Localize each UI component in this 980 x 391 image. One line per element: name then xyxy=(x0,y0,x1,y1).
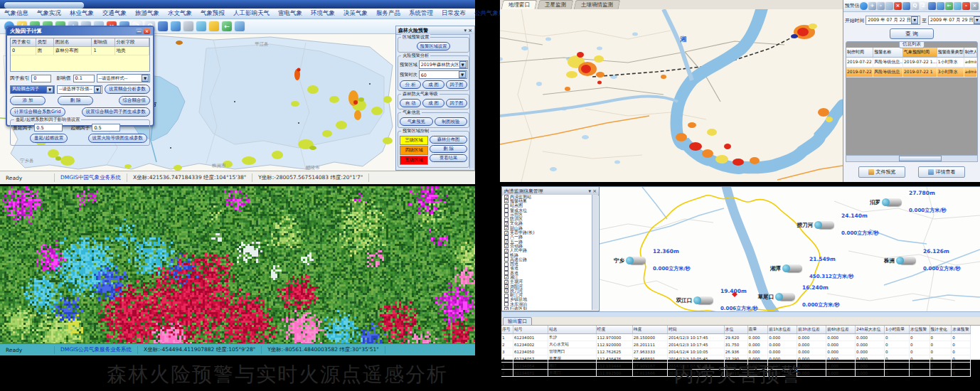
chevron-down-icon[interactable]: ▼ xyxy=(911,16,918,24)
menu-item-雷电气象[interactable]: 雷电气象 xyxy=(274,9,307,18)
detail-view-button[interactable]: 详情查看 xyxy=(918,166,965,178)
minimize-icon[interactable]: — xyxy=(136,28,142,34)
set-param-button[interactable]: 设置耦合分析参数 xyxy=(105,85,150,94)
column-header[interactable]: 气象预报时间 xyxy=(903,48,937,57)
chevron-down-icon[interactable]: ▼ xyxy=(974,16,980,24)
gauge-icon[interactable] xyxy=(630,257,646,264)
column-header[interactable]: 水体预警 xyxy=(952,326,971,334)
vertical-scrollbar[interactable] xyxy=(469,34,474,168)
checkbox[interactable]: ✓ xyxy=(504,284,508,289)
tab-土壤墒情监测[interactable]: 土壤墒情监测 xyxy=(574,0,621,9)
satellite-image[interactable] xyxy=(0,186,475,344)
status-system-link[interactable]: DMGIS中国气象业务系统 xyxy=(55,173,127,182)
refresh-icon[interactable] xyxy=(954,2,962,10)
checkbox[interactable]: ✓ xyxy=(504,249,508,253)
gauge-icon[interactable] xyxy=(900,257,916,264)
close-icon[interactable]: × xyxy=(144,28,150,34)
map-check-button[interactable]: 制图校验 xyxy=(435,117,468,126)
spread-input[interactable]: 0.5 xyxy=(34,124,63,132)
checkbox[interactable]: ✓ xyxy=(504,222,508,226)
select-icon[interactable]: Q xyxy=(911,2,919,10)
impact-input[interactable]: 0.1 xyxy=(73,75,95,82)
couple-select[interactable]: 风险耦合因子▼ xyxy=(10,85,55,94)
flood-map-view[interactable]: 湘 xyxy=(500,9,843,182)
waterlog-map-view[interactable]: 27.780m汨罗0.000立方米/秒24.140m捞刀河0.000立方米/秒1… xyxy=(600,186,980,312)
column-header[interactable]: 制作人 xyxy=(964,48,977,57)
auto-button[interactable]: 自 动 xyxy=(400,99,421,107)
back-icon[interactable]: ← xyxy=(945,2,953,10)
gauge-icon[interactable] xyxy=(819,221,834,229)
checkbox[interactable]: ✓ xyxy=(504,195,508,199)
checkbox[interactable] xyxy=(504,294,508,298)
checkbox[interactable] xyxy=(504,235,508,240)
column-header[interactable]: 纬度 xyxy=(632,326,667,334)
analyze-button[interactable]: 分 析 xyxy=(400,80,421,89)
add-button[interactable]: 添 加 xyxy=(10,96,46,105)
checkbox[interactable] xyxy=(504,267,508,271)
column-header[interactable]: 预计变化 xyxy=(930,326,952,334)
chevron-down-icon[interactable]: ▼ xyxy=(46,86,53,93)
column-header[interactable]: 水位预警 xyxy=(909,326,930,334)
menu-item-环境气象[interactable]: 环境气象 xyxy=(307,9,339,18)
horizontal-scrollbar[interactable] xyxy=(501,311,980,317)
checkbox[interactable]: ✓ xyxy=(504,275,508,279)
column-header[interactable]: 24h最大水位 xyxy=(856,326,885,334)
doc-icon[interactable]: 2 xyxy=(920,2,927,10)
close-icon[interactable]: × xyxy=(468,28,472,33)
gauge-icon[interactable] xyxy=(779,293,795,301)
dialog-titlebar[interactable]: 火险因子计算 — × xyxy=(7,27,153,36)
make-map-button[interactable]: 成 图 xyxy=(422,80,444,89)
checkbox[interactable] xyxy=(504,204,508,208)
delete-button[interactable]: 删 除 xyxy=(430,145,467,153)
column-header[interactable]: 预警雨量类型 xyxy=(937,48,964,57)
level-map-button[interactable]: 设置火险等级图生成参数 xyxy=(88,134,148,143)
checkbox[interactable] xyxy=(504,257,508,262)
factor-index-input[interactable]: 0 xyxy=(31,75,51,82)
time-select[interactable]: 60▼ xyxy=(419,70,467,79)
ignite-input[interactable]: 0.5 xyxy=(92,124,120,132)
column-header[interactable]: 前6h水位差 xyxy=(826,326,856,334)
gauge-icon[interactable] xyxy=(886,198,902,206)
table-row[interactable]: 261234002天心水文站112.92000028.2011112014/12… xyxy=(501,341,971,348)
pin-icon[interactable] xyxy=(209,21,219,31)
factor-map-button[interactable]: 因子图 xyxy=(446,80,467,89)
menu-item-气象预报[interactable]: 气象预报 xyxy=(196,9,229,18)
menu-item-气象实况[interactable]: 气象实况 xyxy=(33,9,65,18)
checkbox[interactable] xyxy=(504,218,508,222)
checkbox[interactable] xyxy=(504,262,508,267)
chevron-down-icon[interactable]: ▼ xyxy=(142,75,149,82)
stop-icon[interactable]: × xyxy=(894,2,902,10)
checkbox[interactable] xyxy=(504,302,508,306)
checkbox[interactable]: ✓ xyxy=(504,240,508,244)
menu-item-旅游气象[interactable]: 旅游气象 xyxy=(131,9,164,18)
close-icon[interactable]: × xyxy=(592,188,597,194)
window-icon[interactable] xyxy=(902,2,910,10)
zoom-in-icon[interactable]: + xyxy=(868,2,876,10)
delete-button[interactable]: 删 除 xyxy=(58,96,93,105)
checkbox[interactable]: ✓ xyxy=(504,199,508,203)
checkbox[interactable]: ✓ xyxy=(504,280,508,284)
table-row[interactable]: 2019-07-22 1风险等级信息2019-07-22 13小时降水admin xyxy=(846,68,977,77)
checkbox[interactable]: ✓ xyxy=(504,289,508,293)
menu-item-日常发布[interactable]: 日常发布 xyxy=(437,9,470,18)
column-header[interactable]: 前3h水位差 xyxy=(797,326,826,334)
spread-set-button[interactable]: 蔓延/起燃设置 xyxy=(30,134,68,143)
layers-icon[interactable] xyxy=(928,2,936,10)
menu-item-人工影响天气[interactable]: 人工影响天气 xyxy=(229,9,274,18)
set-gen-button[interactable]: 设置综合耦合因子图生成参数 xyxy=(82,107,151,117)
style-select[interactable]: --请选择样式--▼ xyxy=(97,74,150,82)
globe-icon[interactable] xyxy=(860,2,868,10)
print-icon[interactable] xyxy=(183,21,193,31)
checkbox[interactable] xyxy=(504,253,508,257)
export-icon[interactable] xyxy=(196,21,206,31)
calc-grid-button[interactable]: 计算综合耦合系数Grid xyxy=(10,107,65,117)
image-icon[interactable] xyxy=(235,21,245,31)
factor-map2-button[interactable]: 因子图 xyxy=(446,99,467,107)
factor-table[interactable]: 因子索引类型图层名影响值分析字段 0面森林分布图1地类 xyxy=(10,38,150,72)
tab-地理窗口[interactable]: 地理窗口 xyxy=(501,0,538,9)
chart-icon[interactable] xyxy=(937,2,944,10)
checkbox[interactable]: ✓ xyxy=(504,244,508,248)
checkbox[interactable]: ✓ xyxy=(504,307,508,310)
column-header[interactable]: 预警名称 xyxy=(873,48,903,57)
pin-icon[interactable]: ▾ xyxy=(589,188,592,194)
